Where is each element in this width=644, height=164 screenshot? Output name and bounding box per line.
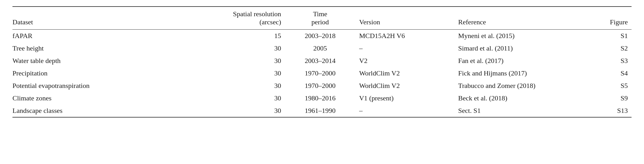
cell-reference: Fan et al. (2017): [458, 55, 594, 67]
cell-reference: Sect. S1: [458, 104, 594, 117]
cell-dataset: Tree height: [12, 42, 186, 55]
cell-reference: Myneni et al. (2015): [458, 30, 594, 42]
cell-figure: S13: [594, 104, 632, 117]
cell-reference: Trabucco and Zomer (2018): [458, 80, 594, 92]
table-container: Dataset Spatial resolution (arcsec) Time…: [12, 6, 632, 118]
cell-figure: S4: [594, 67, 632, 80]
table-row: Potential evapotranspiration301970–2000W…: [12, 80, 632, 92]
cell-spatial: 30: [186, 55, 285, 67]
table-row: Tree height302005–Simard et al. (2011)S2: [12, 42, 632, 55]
cell-reference: Fick and Hijmans (2017): [458, 67, 594, 80]
table-header-row: Dataset Spatial resolution (arcsec) Time…: [12, 7, 632, 30]
cell-spatial: 30: [186, 104, 285, 117]
cell-dataset: Potential evapotranspiration: [12, 80, 186, 92]
col-header-spatial: Spatial resolution (arcsec): [186, 7, 285, 30]
cell-version: V1 (present): [359, 92, 458, 104]
table-row: Climate zones301980–2016V1 (present)Beck…: [12, 92, 632, 104]
cell-figure: S1: [594, 30, 632, 42]
table-row: Precipitation301970–2000WorldClim V2Fick…: [12, 67, 632, 80]
cell-version: –: [359, 104, 458, 117]
cell-spatial: 30: [186, 42, 285, 55]
table-row: fAPAR152003–2018MCD15A2H V6Myneni et al.…: [12, 30, 632, 42]
cell-time: 1970–2000: [285, 67, 359, 80]
cell-version: WorldClim V2: [359, 67, 458, 80]
cell-figure: S3: [594, 55, 632, 67]
cell-spatial: 15: [186, 30, 285, 42]
cell-dataset: Landscape classes: [12, 104, 186, 117]
cell-spatial: 30: [186, 80, 285, 92]
col-header-dataset: Dataset: [12, 7, 186, 30]
cell-dataset: Climate zones: [12, 92, 186, 104]
cell-version: V2: [359, 55, 458, 67]
cell-time: 2003–2014: [285, 55, 359, 67]
col-header-version: Version: [359, 7, 458, 30]
cell-version: MCD15A2H V6: [359, 30, 458, 42]
cell-spatial: 30: [186, 92, 285, 104]
cell-time: 2003–2018: [285, 30, 359, 42]
cell-version: –: [359, 42, 458, 55]
col-header-reference: Reference: [458, 7, 594, 30]
table-row: Water table depth302003–2014V2Fan et al.…: [12, 55, 632, 67]
cell-time: 1980–2016: [285, 92, 359, 104]
cell-reference: Simard et al. (2011): [458, 42, 594, 55]
cell-dataset: Precipitation: [12, 67, 186, 80]
cell-dataset: fAPAR: [12, 30, 186, 42]
cell-version: WorldClim V2: [359, 80, 458, 92]
cell-figure: S5: [594, 80, 632, 92]
data-table: Dataset Spatial resolution (arcsec) Time…: [12, 6, 632, 118]
cell-time: 2005: [285, 42, 359, 55]
cell-figure: S2: [594, 42, 632, 55]
cell-spatial: 30: [186, 67, 285, 80]
col-header-figure: Figure: [594, 7, 632, 30]
cell-time: 1970–2000: [285, 80, 359, 92]
cell-figure: S9: [594, 92, 632, 104]
col-header-time: Timeperiod: [285, 7, 359, 30]
cell-time: 1961–1990: [285, 104, 359, 117]
cell-reference: Beck et al. (2018): [458, 92, 594, 104]
cell-dataset: Water table depth: [12, 55, 186, 67]
table-row: Landscape classes301961–1990–Sect. S1S13: [12, 104, 632, 117]
